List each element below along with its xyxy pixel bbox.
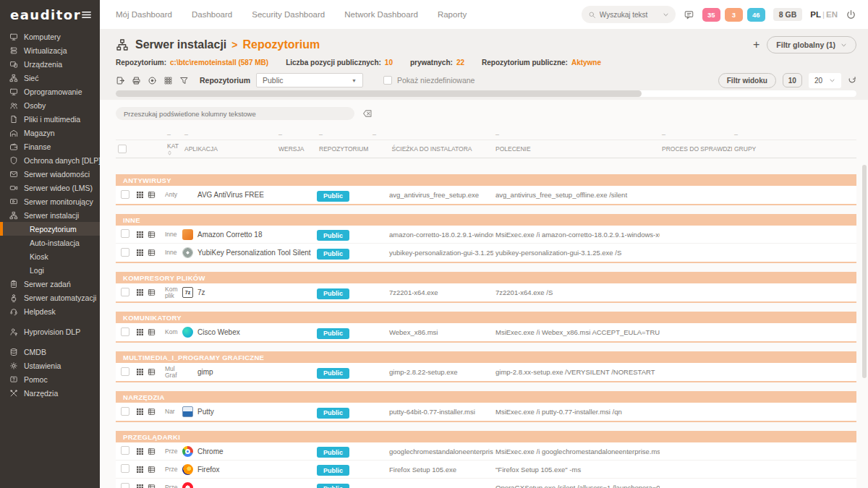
row-checkbox[interactable]	[121, 288, 129, 296]
power-icon[interactable]	[846, 9, 856, 20]
breadcrumb-parent[interactable]: Serwer instalacji	[135, 38, 226, 51]
select-all-checkbox[interactable]	[118, 145, 127, 153]
sidebar-item-pliki-i-multimedia[interactable]: Pliki i multimedia	[0, 112, 100, 126]
view-filter-button[interactable]: Filtr widoku	[718, 73, 776, 88]
grid-view-icon[interactable]	[136, 408, 144, 416]
row-checkbox[interactable]	[121, 328, 129, 336]
row-checkbox[interactable]	[121, 483, 129, 488]
comment-icon[interactable]	[684, 9, 694, 20]
sort-icon[interactable]	[167, 150, 182, 155]
sidebar-item-oprogramowanie[interactable]: Oprogramowanie	[0, 85, 100, 98]
scrollbar-thumb[interactable]	[116, 90, 642, 97]
sidebar-item-finanse[interactable]: Finanse	[0, 140, 100, 153]
sidebar-subitem-repozytorium[interactable]: Repozytorium	[0, 222, 100, 236]
sidebar-item-serwer-automatyzacji[interactable]: Serwer automatyzacji	[0, 291, 100, 304]
nav-security-dashboard[interactable]: Security Dashboard	[252, 10, 325, 19]
global-search[interactable]	[582, 6, 676, 23]
details-view-icon[interactable]	[148, 328, 156, 336]
sidebar-item-ochrona-danych-dlp[interactable]: Ochrona danych [DLP]	[0, 153, 100, 167]
notification-badge-2[interactable]: 46	[747, 8, 765, 22]
repo-select[interactable]: Public▼	[256, 73, 363, 87]
sidebar-subitem-auto-instalacja[interactable]: Auto-instalacja	[0, 236, 100, 249]
sidebar-item-serwer-wideo-lms[interactable]: Serwer wideo (LMS)	[0, 181, 100, 194]
grid-view-icon[interactable]	[136, 328, 144, 336]
sidebar-item-ustawienia[interactable]: Ustawienia	[0, 359, 100, 372]
nav-network-dashboard[interactable]: Network Dashboard	[344, 10, 418, 19]
grid-view-icon[interactable]	[136, 288, 144, 296]
grid-icon[interactable]	[163, 76, 173, 85]
row-checkbox[interactable]	[121, 248, 129, 257]
details-view-icon[interactable]	[148, 288, 156, 296]
table-search-input[interactable]	[116, 107, 354, 120]
column-header-proces[interactable]: PROCES DO SPRAWDZENIA	[660, 140, 732, 158]
grid-view-icon[interactable]	[136, 249, 144, 257]
refresh-icon[interactable]	[848, 76, 856, 85]
print-icon[interactable]	[132, 76, 141, 85]
grid-view-icon[interactable]	[136, 231, 144, 239]
sidebar-item-cmdb[interactable]: CMDB	[0, 345, 100, 359]
nav-dashboard[interactable]: Dashboard	[192, 10, 232, 19]
sidebar-subitem-logi[interactable]: Logi	[0, 263, 100, 277]
scrollbar-thumb[interactable]	[862, 165, 867, 378]
details-view-icon[interactable]	[148, 466, 156, 474]
horizontal-scrollbar[interactable]	[116, 90, 856, 97]
column-header-repo[interactable]: REPOZYTORIUM	[317, 140, 370, 158]
sidebar-item-serwer-wiadomości[interactable]: Serwer wiadomości	[0, 167, 100, 181]
chevron-down-icon[interactable]	[663, 12, 669, 18]
export-icon[interactable]	[116, 76, 125, 85]
details-view-icon[interactable]	[148, 408, 156, 416]
nav-raporty[interactable]: Raporty	[438, 10, 467, 19]
sidebar-item-urządzenia[interactable]: Urządzenia	[0, 57, 100, 71]
details-view-icon[interactable]	[148, 249, 156, 257]
details-view-icon[interactable]	[148, 191, 156, 199]
sidebar-item-hyprovision-dlp[interactable]: Hyprovision DLP	[0, 325, 100, 338]
sidebar-item-serwer-monitorujący[interactable]: Serwer monitorujący	[0, 194, 100, 208]
row-checkbox[interactable]	[121, 407, 129, 416]
checkbox[interactable]	[383, 76, 392, 85]
grid-view-icon[interactable]	[136, 448, 144, 455]
column-header-grupy[interactable]: GRUPY	[732, 140, 856, 158]
grid-view-icon[interactable]	[136, 466, 144, 474]
details-view-icon[interactable]	[148, 231, 156, 239]
target-icon[interactable]	[148, 76, 157, 85]
sidebar-subitem-kiosk[interactable]: Kiosk	[0, 249, 100, 263]
notification-badge-0[interactable]: 35	[702, 8, 720, 22]
language-toggle[interactable]: PL|EN	[810, 10, 838, 19]
add-button[interactable]: +	[753, 39, 760, 51]
nav-mój-dashboard[interactable]: Mój Dashboard	[116, 10, 172, 19]
show-undefined-checkbox[interactable]: Pokaż niezdefiniowane	[383, 76, 475, 85]
row-checkbox[interactable]	[121, 464, 129, 473]
column-header-wersja[interactable]: WERSJA	[276, 140, 317, 158]
details-view-icon[interactable]	[148, 484, 156, 488]
sidebar-item-wirtualizacja[interactable]: Wirtualizacja	[0, 43, 100, 57]
grid-view-icon[interactable]	[136, 368, 144, 376]
vertical-scrollbar[interactable]	[862, 165, 867, 485]
sidebar-item-magazyn[interactable]: Magazyn	[0, 126, 100, 140]
sidebar-item-serwer-zadań[interactable]: Serwer zadań	[0, 277, 100, 291]
row-checkbox[interactable]	[121, 446, 129, 455]
filter-funnel-icon[interactable]	[179, 76, 189, 85]
sidebar-item-komputery[interactable]: Komputery	[0, 30, 100, 43]
row-checkbox[interactable]	[121, 190, 129, 199]
hamburger-menu-icon[interactable]	[81, 9, 92, 20]
column-header-app[interactable]: APLIKACJA	[182, 140, 276, 158]
column-header-sciezka[interactable]: ŚCIEŻKA DO INSTALATORA	[370, 140, 493, 158]
sidebar-item-narzędzia[interactable]: Narzędzia	[0, 386, 100, 400]
page-size-select[interactable]: 20	[809, 73, 841, 88]
page-size-10-button[interactable]: 10	[783, 73, 802, 87]
global-search-input[interactable]	[600, 11, 659, 19]
column-header-cat[interactable]: KAT	[165, 140, 182, 158]
details-view-icon[interactable]	[148, 448, 156, 455]
details-view-icon[interactable]	[148, 368, 156, 376]
sidebar-item-pomoc[interactable]: Pomoc	[0, 372, 100, 386]
grid-view-icon[interactable]	[136, 484, 144, 488]
global-filter-button[interactable]: Filtr globalny (1)	[767, 36, 856, 53]
clear-search-icon[interactable]	[362, 108, 373, 119]
sidebar-item-helpdesk[interactable]: Helpdesk	[0, 304, 100, 318]
row-checkbox[interactable]	[121, 229, 129, 238]
grid-view-icon[interactable]	[136, 191, 144, 199]
row-checkbox[interactable]	[121, 367, 129, 376]
sidebar-item-sieć[interactable]: Sieć	[0, 71, 100, 85]
sidebar-item-serwer-instalacji[interactable]: Serwer instalacji	[0, 208, 100, 222]
notification-badge-1[interactable]: 3	[725, 8, 743, 22]
